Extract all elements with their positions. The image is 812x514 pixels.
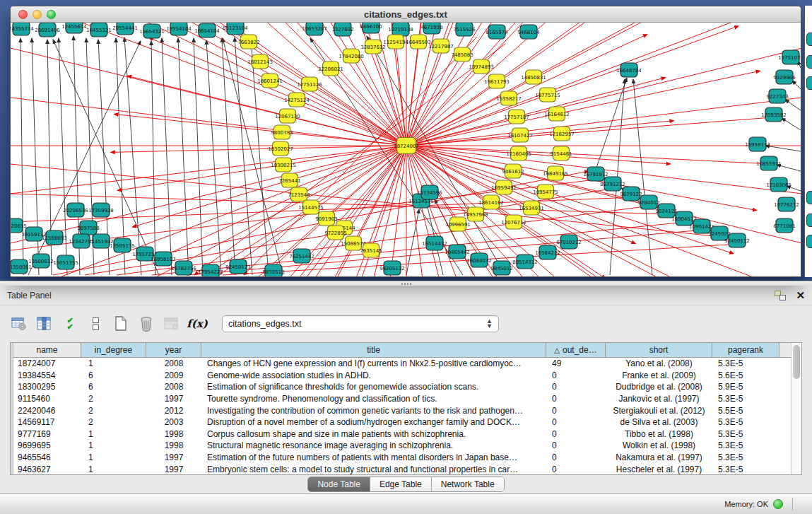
graph-node[interactable]: 19611793 [484,74,510,88]
graph-node[interactable]: 32837612 [360,40,386,54]
row-mode-icon[interactable] [85,313,106,334]
column-header-short[interactable]: short [606,343,712,357]
black-edge[interactable] [785,100,801,110]
graph-node[interactable]: 10855911 [756,156,782,170]
cell-out_de[interactable]: 0 [546,393,606,405]
black-edge[interactable] [792,81,801,89]
graph-node[interactable]: 11254194 [383,35,408,49]
graph-node[interactable]: 16564212 [535,245,560,259]
table-row[interactable]: 977716911998Corpus callosum shape and si… [13,428,791,440]
cell-year[interactable]: 2009 [146,370,201,382]
graph-node[interactable]: 16654104 [194,23,220,37]
graph-node[interactable]: 7635145 [360,243,382,257]
table-selector-dropdown[interactable]: citations_edges.txt ▲▼ [222,315,499,332]
table-row[interactable]: 1938455462009Genome-wide association stu… [13,370,791,382]
graph-node[interactable]: 7123544 [288,187,310,201]
column-header-year[interactable]: year [146,343,201,357]
cell-out_de[interactable]: 0 [546,370,606,382]
column-header-title[interactable]: title [201,343,546,357]
cell-name[interactable]: 9777169 [13,428,81,440]
cell-short[interactable]: Jankovic et al. (1997) [606,393,712,405]
cell-out_de[interactable]: 0 [546,416,606,428]
cell-short[interactable]: Stergiakouli et al. (2012) [606,404,712,416]
graph-node[interactable]: 18554104 [166,23,192,35]
graph-node[interactable]: 6466100 [360,23,382,33]
tab-edge-table[interactable]: Edge Table [370,477,432,491]
cell-out_de[interactable]: 0 [546,381,606,393]
black-edge[interactable] [206,40,221,275]
red-edge[interactable] [11,164,722,237]
graph-node[interactable]: 9461612 [502,164,524,178]
red-edge[interactable] [11,23,406,146]
black-edge[interactable] [194,38,203,275]
red-edge[interactable] [406,146,770,164]
cell-pagerank[interactable]: 5.3E-5 [712,452,779,464]
black-edge[interactable] [633,79,652,275]
cell-in_degree[interactable]: 1 [81,440,146,452]
graph-node[interactable]: 8165974 [486,25,508,39]
network-window[interactable]: citations_edges.txt 24355714206914061245… [10,6,801,277]
graph-node[interactable]: 9284012 [637,195,659,209]
graph-node[interactable]: 16107427 [507,128,533,142]
graph-node[interactable]: 16649503 [406,35,431,49]
cell-out_de[interactable]: 0 [546,463,606,474]
tab-node-table[interactable]: Node Table [308,477,370,491]
select-rows-icon[interactable]: ✔✔ [59,313,81,334]
memory-status-icon[interactable] [773,499,783,509]
graph-node[interactable]: 16849165 [543,166,568,180]
cell-in_degree[interactable]: 6 [81,370,146,382]
graph-node[interactable]: 16455321 [86,23,112,37]
red-edge[interactable] [132,146,406,227]
panel-splitter[interactable] [0,281,812,286]
cell-year[interactable]: 1997 [146,452,201,464]
cell-in_degree[interactable]: 1 [81,358,146,370]
graph-node[interactable]: 12093582 [761,107,787,122]
graph-node[interactable]: 9850513 [262,264,284,276]
cell-out_de[interactable]: 49 [546,358,606,370]
cell-short[interactable]: Hescheler et al. (1997) [606,463,712,474]
cell-short[interactable]: Yano et al. (2008) [606,358,712,370]
graph-node[interactable]: 18601241 [257,74,283,88]
cell-title[interactable]: Genome-wide association studies in ADHD. [201,370,546,382]
graph-node[interactable]: 7663822 [237,35,259,49]
graph-hub-node[interactable]: 18724007 [394,138,419,154]
cell-short[interactable]: Franke et al. (2009) [606,370,712,382]
graph-node[interactable]: 17842080 [339,49,364,63]
table-column-icon[interactable] [34,313,55,334]
cell-year[interactable]: 2008 [146,381,201,393]
cell-pagerank[interactable]: 5.3E-5 [712,428,779,440]
red-edge[interactable] [34,23,406,146]
cell-out_de[interactable]: 0 [546,440,606,452]
cell-year[interactable]: 2003 [146,416,201,428]
cell-year[interactable]: 1998 [146,428,201,440]
graph-node[interactable]: 15654321 [139,24,165,38]
graph-node[interactable]: 9227343 [766,89,788,103]
table-row[interactable]: 969969511998Structural magnetic resonanc… [13,440,791,452]
graph-node[interactable]: 98205132 [379,261,405,275]
black-edge[interactable] [162,38,172,275]
cell-year[interactable]: 1998 [146,440,201,452]
graph-node[interactable]: 4671938 [420,23,442,34]
cell-pagerank[interactable]: 5.3E-5 [712,440,779,452]
graph-node[interactable]: 22206021 [318,62,343,76]
graph-node[interactable]: 12455614 [61,23,87,33]
graph-node[interactable]: 20691406 [35,23,60,37]
graph-node[interactable]: 67910212 [556,235,582,249]
graph-node[interactable]: 9679122 [620,187,642,201]
graph-node[interactable]: 10776212 [774,197,799,211]
graph-node[interactable]: 9091903 [315,211,337,226]
column-header-pagerank[interactable]: pagerank [712,343,779,357]
cell-pagerank[interactable]: 5.3E-5 [712,358,779,370]
cell-title[interactable]: Structural magnetic resonance image aver… [201,440,546,452]
graph-node[interactable]: 7485083 [451,47,473,62]
cell-short[interactable]: Nakamura et al. (1997) [606,452,712,464]
column-header-in_degree[interactable]: in_degree [81,343,146,357]
cell-title[interactable]: Investigating the contribution of common… [201,404,546,416]
graph-node[interactable]: 20206536 [63,203,88,217]
cell-pagerank[interactable]: 5.3E-5 [712,416,779,428]
cell-name[interactable]: 9699695 [13,440,81,452]
table-row[interactable]: 911546021997Tourette syndrome. Phenomeno… [13,393,791,405]
network-canvas[interactable]: 2435571420691406124556141645532120554441… [11,23,801,276]
new-column-icon[interactable] [110,313,131,334]
cell-short[interactable]: Dudbridge et al. (2008) [606,381,712,393]
